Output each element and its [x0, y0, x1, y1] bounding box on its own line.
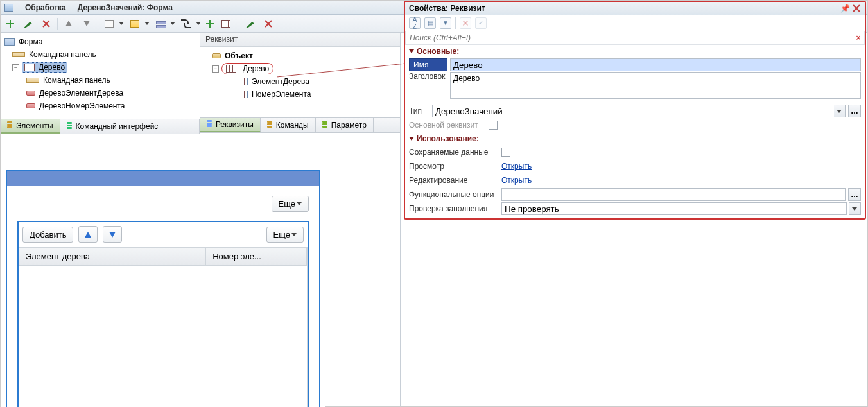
tree-col1[interactable]: ДеревоЭлементДерева [39, 89, 123, 98]
func-dialog-button[interactable]: … [848, 188, 861, 201]
close-button[interactable] [852, 4, 861, 13]
type-dialog-button[interactable]: … [848, 105, 861, 117]
more-button-outer[interactable]: Еще [272, 196, 309, 212]
prop-func-label: Функциональные опции [409, 190, 499, 199]
plus-icon [6, 19, 15, 28]
prop-title-input[interactable] [450, 72, 861, 99]
tab-elements[interactable]: Элементы [1, 119, 60, 134]
type-dropdown-button[interactable] [834, 105, 846, 117]
elements-icon [7, 121, 12, 130]
separator [98, 18, 98, 30]
pin-button[interactable]: 📌 [840, 4, 849, 13]
move-down-button[interactable] [80, 17, 94, 31]
add-col-button[interactable] [221, 17, 235, 31]
chevron-down-icon [852, 207, 857, 211]
dropdown-caret-icon[interactable] [119, 22, 124, 25]
tab-command-interface[interactable]: Командный интерфейс [60, 119, 200, 134]
prop-check-input[interactable] [501, 202, 847, 215]
filter-button[interactable]: ▼ [440, 17, 451, 29]
more-label: Еще [279, 199, 295, 209]
swap-button[interactable] [179, 17, 193, 31]
stack-button[interactable] [153, 17, 168, 31]
req-object[interactable]: Объект [225, 51, 253, 60]
tree-col2[interactable]: ДеревоНомерЭлемента [39, 101, 125, 110]
dropdown-caret-icon[interactable] [144, 22, 150, 25]
prop-mainreq-checkbox[interactable] [489, 121, 498, 130]
dropdown-caret-icon[interactable] [170, 22, 175, 25]
props-titlebar: Свойства: Реквизит 📌 [405, 2, 865, 15]
table-icon [226, 65, 236, 73]
app-icon [4, 4, 13, 12]
prop-edit-label: Редактирование [409, 176, 499, 185]
app-label: Обработка [25, 3, 66, 12]
edit-req-button[interactable] [243, 17, 257, 31]
add-row-button[interactable]: Добавить [22, 227, 73, 243]
add-label: Добавить [30, 230, 66, 239]
form-elements-tree[interactable]: Форма Командная панель − Дерево Командна… [1, 33, 200, 119]
move-up-button[interactable] [78, 226, 98, 243]
edit-button[interactable] [21, 17, 35, 31]
tree-table-control: Добавить Еще [17, 221, 309, 407]
delete-req-button[interactable] [261, 17, 275, 31]
more-label: Еще [273, 230, 290, 239]
group-main-label: Основные: [417, 47, 459, 56]
command-panel-icon [12, 52, 25, 57]
tab-cmd-iface-label: Командный интерфейс [76, 122, 159, 131]
move-up-button[interactable] [62, 17, 76, 31]
pencil-icon [24, 19, 33, 28]
add-req-button[interactable] [203, 17, 217, 31]
column-icon [238, 91, 248, 98]
tab-requisites[interactable]: Реквизиты [200, 118, 261, 132]
tab-parameters[interactable]: Параметр [316, 118, 374, 132]
add-button[interactable] [3, 17, 17, 31]
left-tabs: Элементы Командный интерфейс [1, 119, 200, 134]
group-usage-label: Использование: [417, 134, 479, 143]
prop-view-link[interactable]: Открыть [501, 162, 532, 171]
box-button[interactable] [102, 17, 116, 31]
prop-saved-checkbox[interactable] [501, 148, 510, 157]
preview-grid[interactable]: Элемент дерева Номер эле... [19, 247, 308, 407]
tree-derevo-cmdpanel[interactable]: Командная панель [43, 76, 110, 85]
tab-par-label: Параметр [331, 121, 367, 130]
req-header: Реквизит [200, 33, 400, 47]
grid-body[interactable] [19, 266, 307, 407]
tree-form-root[interactable]: Форма [19, 37, 42, 46]
sort-az-button[interactable]: AZ [409, 17, 421, 29]
delete-button[interactable] [39, 17, 53, 31]
strip-button[interactable] [128, 17, 142, 31]
group-usage[interactable]: Использование: [405, 132, 865, 145]
prop-func-input[interactable] [501, 188, 846, 201]
form-icon [4, 38, 15, 46]
tab-elements-label: Элементы [16, 121, 53, 130]
chevron-down-icon [409, 137, 414, 141]
arrow-up-icon [85, 232, 91, 238]
tree-cmdpanel[interactable]: Командная панель [29, 50, 96, 59]
more-button-inner[interactable]: Еще [266, 227, 304, 243]
group-main[interactable]: Основные: [405, 45, 865, 58]
stack-icon [156, 20, 165, 28]
close-icon [852, 4, 861, 13]
prop-name-input[interactable] [450, 58, 861, 71]
props-search[interactable]: × [405, 31, 865, 45]
check-dropdown-button[interactable] [849, 202, 861, 215]
col-number[interactable]: Номер эле... [206, 248, 307, 265]
table-icon [24, 64, 35, 71]
req-derevo[interactable]: Дерево [243, 64, 269, 73]
clear-search-button[interactable]: × [853, 33, 864, 42]
move-down-button[interactable] [103, 226, 122, 243]
tree-derevo[interactable]: Дерево [39, 63, 65, 72]
collapse-toggle[interactable]: − [12, 64, 19, 71]
properties-panel: Свойства: Реквизит 📌 AZ ▤ ▼ ✓ × Ос [404, 1, 866, 220]
prop-title-label: Заголовок [409, 72, 447, 81]
req-icon [207, 120, 212, 129]
form-preview: Еще Добавить Еще [6, 170, 320, 407]
tab-commands[interactable]: Команды [261, 118, 316, 132]
categorize-button[interactable]: ▤ [424, 17, 436, 29]
chevron-down-icon [291, 233, 297, 236]
arrow-down-icon [83, 21, 90, 26]
search-input[interactable] [406, 32, 853, 44]
col-element[interactable]: Элемент дерева [19, 248, 206, 265]
prop-type-input[interactable] [432, 105, 831, 117]
collapse-toggle[interactable]: − [212, 65, 219, 73]
prop-edit-link[interactable]: Открыть [501, 176, 532, 185]
